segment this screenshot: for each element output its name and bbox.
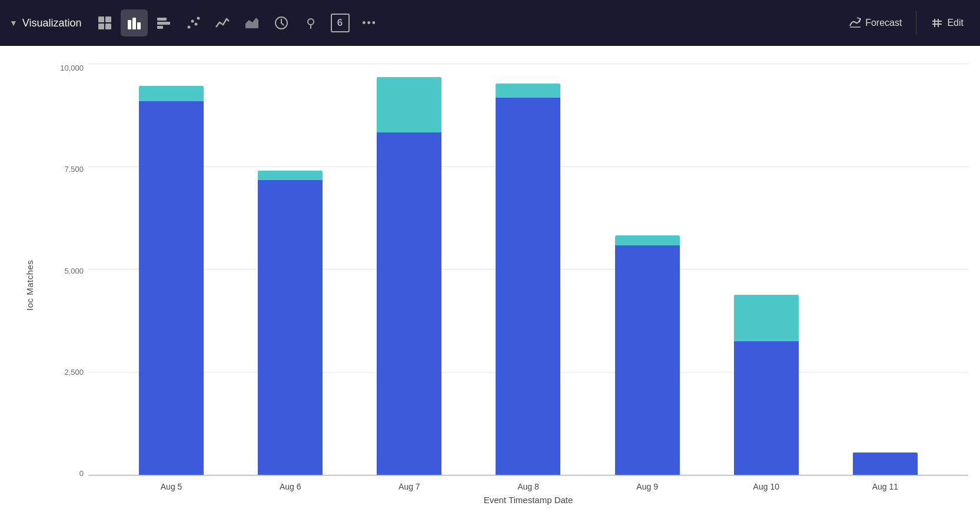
bar-segment-bottom xyxy=(853,453,918,475)
bar-segment-top xyxy=(734,295,799,341)
number-badge: 6 xyxy=(331,14,350,32)
x-axis-tick-label: Aug 5 xyxy=(127,482,215,491)
svg-rect-4 xyxy=(128,20,131,29)
toolbar-separator xyxy=(916,11,916,35)
x-axis-tick-label: Aug 7 xyxy=(365,482,453,491)
bars-row xyxy=(88,64,968,475)
edit-icon xyxy=(931,16,944,29)
more-dots-icon: ••• xyxy=(362,17,377,29)
y-axis-ticks: 10,0007,5005,0002,5000 xyxy=(47,64,88,507)
toolbar: ▼ Visualization xyxy=(0,0,980,46)
edit-button[interactable]: Edit xyxy=(923,12,971,34)
x-axis-labels: Aug 5Aug 6Aug 7Aug 8Aug 9Aug 10Aug 11 xyxy=(88,476,968,491)
svg-rect-8 xyxy=(157,22,170,25)
bar-segment-top xyxy=(615,235,680,245)
svg-marker-14 xyxy=(245,18,258,28)
svg-rect-7 xyxy=(157,18,167,21)
bar-segment-bottom xyxy=(496,98,560,475)
x-axis-label: Event Timestamp Date xyxy=(88,495,968,507)
y-tick: 10,000 xyxy=(47,64,84,72)
svg-point-11 xyxy=(191,20,194,23)
bar-group[interactable] xyxy=(127,64,215,475)
bar-chart-view-button[interactable] xyxy=(121,9,148,36)
y-tick: 5,000 xyxy=(47,267,84,275)
horizontal-bar-view-button[interactable] xyxy=(150,9,177,36)
svg-rect-3 xyxy=(105,24,111,29)
visualization-title: ▼ Visualization xyxy=(9,17,82,29)
svg-rect-6 xyxy=(137,22,141,29)
toolbar-right-actions: Forecast Edit xyxy=(842,11,971,35)
more-options-button[interactable]: ••• xyxy=(356,9,383,36)
forecast-icon xyxy=(849,16,862,29)
chart-container: Ioc Matches 10,0007,5005,0002,5000 Aug xyxy=(0,46,980,519)
bar-segment-top xyxy=(139,86,204,101)
chart-plot-area: Aug 5Aug 6Aug 7Aug 8Aug 9Aug 10Aug 11 Ev… xyxy=(88,64,968,507)
svg-rect-2 xyxy=(98,24,104,29)
svg-point-16 xyxy=(308,19,314,25)
y-tick: 7,500 xyxy=(47,165,84,174)
bar-segment-bottom xyxy=(615,245,680,475)
x-axis-tick-label: Aug 11 xyxy=(841,482,929,491)
bar-group[interactable] xyxy=(841,64,929,475)
bar-group[interactable] xyxy=(484,64,572,475)
x-axis-tick-label: Aug 8 xyxy=(484,482,572,491)
x-axis-tick-label: Aug 10 xyxy=(722,482,810,491)
forecast-label: Forecast xyxy=(865,18,902,28)
forecast-button[interactable]: Forecast xyxy=(842,12,909,34)
bar-segment-bottom xyxy=(139,101,204,475)
svg-rect-0 xyxy=(98,16,104,22)
area-view-button[interactable] xyxy=(238,9,265,36)
svg-point-13 xyxy=(197,17,200,20)
bar-segment-bottom xyxy=(734,341,799,475)
toolbar-title-label: Visualization xyxy=(22,17,82,29)
bar-group[interactable] xyxy=(246,64,334,475)
x-axis-tick-label: Aug 9 xyxy=(603,482,692,491)
time-view-button[interactable] xyxy=(268,9,295,36)
svg-rect-5 xyxy=(132,18,136,29)
bar-segment-top xyxy=(377,77,441,132)
table-view-button[interactable] xyxy=(91,9,118,36)
y-tick: 2,500 xyxy=(47,368,84,377)
y-tick: 0 xyxy=(47,469,84,478)
bar-segment-top xyxy=(496,84,560,98)
bar-segment-bottom xyxy=(377,132,441,475)
collapse-icon[interactable]: ▼ xyxy=(9,18,18,28)
edit-label: Edit xyxy=(947,18,964,28)
bar-group[interactable] xyxy=(365,64,453,475)
svg-rect-9 xyxy=(157,26,163,29)
svg-point-12 xyxy=(194,23,197,26)
bar-group[interactable] xyxy=(603,64,692,475)
bar-segment-bottom xyxy=(258,180,323,475)
scatter-view-button[interactable] xyxy=(180,9,207,36)
map-view-button[interactable] xyxy=(297,9,324,36)
number-view-button[interactable]: 6 xyxy=(327,9,354,36)
bar-segment-top xyxy=(258,171,323,180)
x-axis-tick-label: Aug 6 xyxy=(246,482,334,491)
y-axis-label: Ioc Matches xyxy=(12,64,47,507)
bars-and-grid xyxy=(88,64,968,476)
line-view-button[interactable] xyxy=(209,9,236,36)
bar-group[interactable] xyxy=(722,64,810,475)
svg-rect-1 xyxy=(105,16,111,22)
svg-point-10 xyxy=(187,26,190,29)
